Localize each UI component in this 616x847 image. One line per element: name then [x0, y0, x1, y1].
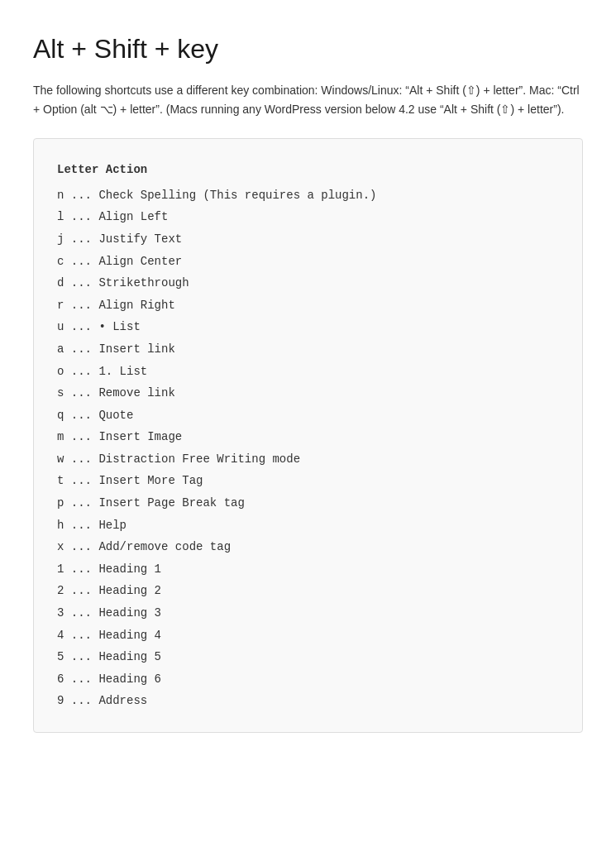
table-row: 9 ... Address [57, 690, 559, 712]
table-row: o ... 1. List [57, 361, 559, 383]
shortcut-table: Letter Action n ... Check Spelling (This… [57, 159, 559, 712]
table-row: u ... • List [57, 316, 559, 338]
table-row: 2 ... Heading 2 [57, 580, 559, 602]
table-row: r ... Align Right [57, 294, 559, 317]
table-row: a ... Insert link [57, 338, 559, 361]
table-row: d ... Strikethrough [57, 272, 559, 294]
table-row: q ... Quote [57, 404, 559, 427]
table-row: w ... Distraction Free Writing mode [57, 448, 559, 471]
table-row: c ... Align Center [57, 251, 559, 273]
table-row: p ... Insert Page Break tag [57, 492, 559, 514]
table-row: m ... Insert Image [57, 426, 559, 448]
table-header: Letter Action [57, 159, 559, 181]
table-row: 1 ... Heading 1 [57, 558, 559, 581]
table-row: 4 ... Heading 4 [57, 624, 559, 647]
table-row: t ... Insert More Tag [57, 470, 559, 492]
table-row: h ... Help [57, 514, 559, 537]
table-row: 5 ... Heading 5 [57, 646, 559, 668]
table-row: x ... Add/remove code tag [57, 536, 559, 558]
shortcut-table-container: Letter Action n ... Check Spelling (This… [33, 138, 583, 733]
table-row: j ... Justify Text [57, 228, 559, 251]
table-row: n ... Check Spelling (This requires a pl… [57, 184, 559, 207]
page-description: The following shortcuts use a different … [33, 81, 583, 118]
table-row: 3 ... Heading 3 [57, 602, 559, 624]
table-row: l ... Align Left [57, 206, 559, 228]
table-row: 6 ... Heading 6 [57, 668, 559, 691]
page-title: Alt + Shift + key [33, 33, 583, 65]
table-row: s ... Remove link [57, 382, 559, 404]
